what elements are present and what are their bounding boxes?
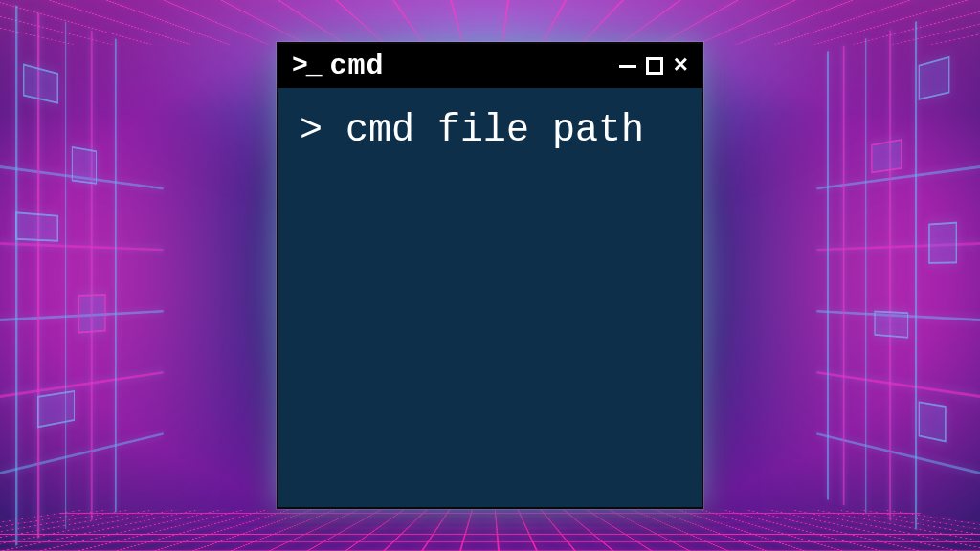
window-title: cmd xyxy=(330,50,385,82)
command-text: cmd file path xyxy=(345,109,644,152)
maximize-button[interactable] xyxy=(646,57,663,75)
window-controls: × xyxy=(619,54,688,78)
maximize-icon xyxy=(646,57,663,75)
circuit-panel-left xyxy=(0,0,164,551)
terminal-window: >_ cmd × > cmd file path xyxy=(277,42,703,509)
prompt-icon: >_ xyxy=(292,53,321,79)
terminal-body[interactable]: > cmd file path xyxy=(278,88,702,174)
close-icon: × xyxy=(673,54,688,78)
titlebar[interactable]: >_ cmd × xyxy=(278,44,702,88)
close-button[interactable]: × xyxy=(673,54,688,78)
circuit-panel-right xyxy=(816,0,980,551)
prompt-char: > xyxy=(300,109,345,152)
minimize-icon xyxy=(619,65,636,68)
minimize-button[interactable] xyxy=(619,65,636,68)
